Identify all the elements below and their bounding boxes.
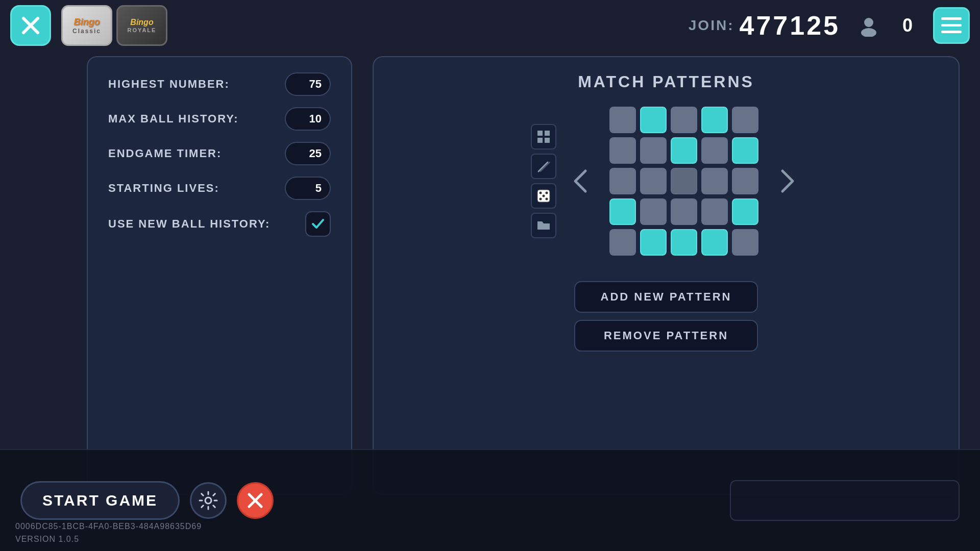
- cell-2-0[interactable]: [609, 168, 636, 194]
- cell-3-3[interactable]: [701, 198, 728, 225]
- cell-0-1[interactable]: [640, 107, 667, 133]
- game-tabs: Bingo Classic Bingo ROYALE: [61, 5, 167, 46]
- pattern-area: [394, 102, 938, 261]
- svg-point-15: [546, 192, 548, 194]
- max-ball-label: MAX BALL HISTORY:: [108, 112, 239, 126]
- cell-4-3[interactable]: [701, 229, 728, 256]
- svg-rect-5: [941, 24, 962, 27]
- cell-2-1[interactable]: [640, 168, 667, 194]
- join-label: JOIN:: [689, 17, 734, 34]
- menu-button[interactable]: [933, 7, 970, 44]
- version-info: 0006DC85-1BCB-4FA0-BEB3-484A98635D69 VER…: [15, 520, 202, 546]
- highest-number-value[interactable]: 75: [285, 72, 331, 96]
- folder-tool-button[interactable]: [531, 213, 556, 238]
- settings-panel: HIGHEST NUMBER: 75 MAX BALL HISTORY: 10 …: [87, 56, 352, 495]
- cell-0-3[interactable]: [701, 107, 728, 133]
- svg-point-2: [864, 18, 873, 27]
- svg-point-3: [861, 28, 876, 37]
- join-number: 477125: [739, 10, 840, 41]
- cell-2-4[interactable]: [732, 168, 758, 194]
- svg-rect-8: [545, 131, 550, 136]
- ball-history-checkbox[interactable]: [305, 211, 331, 237]
- user-icon-button[interactable]: [855, 12, 882, 39]
- bingo-pattern-grid: [604, 102, 764, 261]
- pattern-prev-button[interactable]: [567, 167, 594, 195]
- endgame-timer-label: ENDGAME TIMER:: [108, 147, 222, 160]
- cell-0-4[interactable]: [732, 107, 758, 133]
- svg-rect-9: [537, 138, 543, 143]
- cell-1-0[interactable]: [609, 137, 636, 164]
- join-section: JOIN: 477125 0: [689, 7, 970, 44]
- tab-royale[interactable]: Bingo ROYALE: [116, 5, 167, 46]
- cell-1-4[interactable]: [732, 137, 758, 164]
- max-ball-value[interactable]: 10: [285, 107, 331, 131]
- setting-row-highest-number: HIGHEST NUMBER: 75: [108, 72, 331, 96]
- setting-row-endgame-timer: ENDGAME TIMER: 25: [108, 142, 331, 165]
- cell-4-1[interactable]: [640, 229, 667, 256]
- svg-line-12: [541, 162, 550, 171]
- svg-point-18: [546, 198, 548, 201]
- top-bar: Bingo Classic Bingo ROYALE JOIN: 477125: [0, 0, 980, 51]
- cell-1-1[interactable]: [640, 137, 667, 164]
- dice-tool-button[interactable]: [531, 183, 556, 209]
- tab-classic-label: Classic: [72, 28, 101, 35]
- svg-rect-4: [941, 17, 962, 20]
- bingo-grid-cells: [604, 102, 764, 261]
- tab-classic-bingo-label: Bingo: [74, 17, 100, 28]
- cell-3-4[interactable]: [732, 198, 758, 225]
- tab-royale-bingo-label: Bingo: [130, 18, 153, 27]
- join-code-display: JOIN: 477125: [689, 10, 840, 41]
- svg-point-16: [543, 195, 545, 197]
- cancel-button[interactable]: [237, 482, 274, 519]
- svg-rect-7: [537, 131, 543, 136]
- cell-2-2[interactable]: [671, 168, 697, 194]
- starting-lives-label: STARTING LIVES:: [108, 182, 219, 195]
- pattern-tools: [531, 124, 556, 238]
- score-display: 0: [897, 15, 918, 36]
- svg-point-19: [205, 497, 211, 504]
- cell-3-2[interactable]: [671, 198, 697, 225]
- svg-rect-6: [941, 31, 962, 33]
- add-new-pattern-button[interactable]: ADD NEW PATTERN: [574, 281, 758, 313]
- cell-4-2[interactable]: [671, 229, 697, 256]
- pattern-action-buttons: ADD NEW PATTERN REMOVE PATTERN: [574, 281, 758, 352]
- main-area: HIGHEST NUMBER: 75 MAX BALL HISTORY: 10 …: [0, 51, 980, 500]
- setting-row-max-ball: MAX BALL HISTORY: 10: [108, 107, 331, 131]
- settings-gear-button[interactable]: [190, 482, 227, 519]
- version-uuid: 0006DC85-1BCB-4FA0-BEB3-484A98635D69: [15, 520, 202, 533]
- pattern-next-button[interactable]: [774, 167, 801, 195]
- start-game-button[interactable]: START GAME: [20, 481, 180, 520]
- cell-1-2[interactable]: [671, 137, 697, 164]
- svg-rect-10: [545, 138, 550, 143]
- remove-pattern-button[interactable]: REMOVE PATTERN: [574, 320, 758, 352]
- endgame-timer-value[interactable]: 25: [285, 142, 331, 165]
- match-patterns-title: MATCH PATTERNS: [578, 72, 754, 91]
- cell-0-0[interactable]: [609, 107, 636, 133]
- bottom-bar: START GAME 0006DC85-1BCB-4FA0-BEB3-484A9…: [0, 449, 980, 551]
- bottom-right-placeholder: [730, 480, 960, 521]
- close-button[interactable]: [10, 5, 51, 46]
- match-patterns-panel: MATCH PATTERNS: [373, 56, 960, 495]
- cell-3-1[interactable]: [640, 198, 667, 225]
- setting-row-starting-lives: STARTING LIVES: 5: [108, 177, 331, 200]
- ball-history-label: USE NEW BALL HISTORY:: [108, 217, 270, 231]
- svg-point-17: [540, 198, 542, 201]
- starting-lives-value[interactable]: 5: [285, 177, 331, 200]
- cell-4-0[interactable]: [609, 229, 636, 256]
- paint-tool-button[interactable]: [531, 154, 556, 179]
- cell-0-2[interactable]: [671, 107, 697, 133]
- cell-2-3[interactable]: [701, 168, 728, 194]
- setting-row-ball-history: USE NEW BALL HISTORY:: [108, 211, 331, 237]
- cell-1-3[interactable]: [701, 137, 728, 164]
- cell-3-0[interactable]: [609, 198, 636, 225]
- svg-line-11: [538, 162, 548, 171]
- grid-tool-button[interactable]: [531, 124, 556, 149]
- tab-royale-label: ROYALE: [128, 27, 157, 33]
- version-number: VERSION 1.0.5: [15, 533, 202, 546]
- cell-4-4[interactable]: [732, 229, 758, 256]
- highest-number-label: HIGHEST NUMBER:: [108, 78, 230, 91]
- tab-classic[interactable]: Bingo Classic: [61, 5, 112, 46]
- svg-point-14: [540, 192, 542, 194]
